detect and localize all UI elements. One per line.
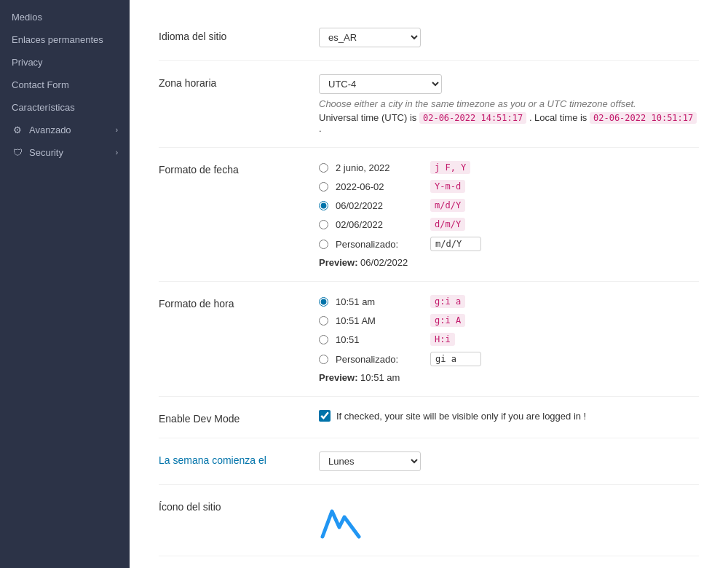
idioma-label: Idioma del sitio	[159, 28, 304, 42]
hora-option-1: 10:51 am g:i a	[319, 295, 699, 308]
fecha-radio-label-2[interactable]: 2022-06-02	[336, 181, 423, 192]
hora-preview: Preview: 10:51 am	[319, 372, 699, 383]
fecha-radio-3[interactable]	[319, 201, 328, 210]
fecha-option-1: 2 junio, 2022 j F, Y	[319, 161, 699, 174]
devmode-row: Enable Dev Mode If checked, your site wi…	[159, 397, 699, 438]
hora-control: 10:51 am g:i a 10:51 AM g:i A 10:51 H:i …	[319, 295, 699, 383]
sidebar-item-security[interactable]: 🛡 Security ›	[0, 141, 130, 164]
hora-radio-2[interactable]	[319, 316, 328, 326]
sidebar-item-label: Medios	[12, 12, 42, 23]
fecha-option-custom: Personalizado:	[319, 237, 699, 251]
fecha-format-badge-4: d/m/Y	[430, 218, 465, 231]
hora-option-custom: Personalizado:	[319, 352, 699, 366]
chevron-right-icon: ›	[116, 149, 118, 157]
hora-radio-group: 10:51 am g:i a 10:51 AM g:i A 10:51 H:i …	[319, 295, 699, 366]
devmode-checkbox-row: If checked, your site will be visible on…	[319, 410, 699, 422]
fecha-option-2: 2022-06-02 Y-m-d	[319, 180, 699, 193]
hora-format-badge-1: g:i a	[430, 295, 465, 308]
semana-control: Lunes Domingo Sábado	[319, 451, 699, 471]
sidebar-item-privacy[interactable]: Privacy	[0, 51, 130, 74]
utc-label: Universal time (UTC) is	[319, 112, 416, 123]
hora-radio-3[interactable]	[319, 335, 328, 344]
devmode-description[interactable]: If checked, your site will be visible on…	[336, 411, 586, 422]
main-content: Idioma del sitio es_AR en_US fr_FR de_DE…	[130, 0, 728, 568]
devmode-control: If checked, your site will be visible on…	[319, 410, 699, 422]
shield-icon: 🛡	[12, 147, 23, 158]
fecha-option-3: 06/02/2022 m/d/Y	[319, 199, 699, 212]
site-icon-svg	[319, 504, 363, 540]
hora-format-badge-2: g:i A	[430, 314, 465, 327]
fecha-radio-label-4[interactable]: 02/06/2022	[336, 219, 423, 230]
semana-select[interactable]: Lunes Domingo Sábado	[319, 451, 421, 471]
utc-line: Universal time (UTC) is 02-06-2022 14:51…	[319, 112, 699, 134]
sidebar-item-label: Enlaces permanentes	[12, 34, 103, 45]
fecha-format-badge-2: Y-m-d	[430, 180, 465, 193]
sidebar-item-label: Contact Form	[12, 79, 69, 90]
hora-radio-label-custom[interactable]: Personalizado:	[336, 354, 423, 365]
hora-preview-value: 10:51 am	[360, 372, 400, 383]
local-value: 02-06-2022 10:51:17	[590, 112, 697, 124]
idioma-select[interactable]: es_AR en_US fr_FR de_DE	[319, 28, 421, 47]
sidebar-item-medios[interactable]: Medios	[0, 6, 130, 28]
sidebar-item-contact-form[interactable]: Contact Form	[0, 74, 130, 96]
local-label: . Local time is	[529, 112, 590, 123]
hora-custom-input[interactable]	[430, 352, 481, 366]
fecha-option-4: 02/06/2022 d/m/Y	[319, 218, 699, 231]
zona-label: Zona horaria	[159, 74, 304, 89]
fecha-radio-label-custom[interactable]: Personalizado:	[336, 239, 423, 250]
fecha-preview: Preview: 06/02/2022	[319, 257, 699, 268]
fecha-preview-label: Preview:	[319, 257, 357, 268]
sidebar-item-label: Características	[12, 102, 75, 113]
fecha-format-badge-1: j F, Y	[430, 161, 470, 174]
fecha-preview-value: 06/02/2022	[360, 257, 408, 268]
hora-preview-label: Preview:	[319, 372, 357, 383]
sidebar: Medios Enlaces permanentes Privacy Conta…	[0, 0, 130, 568]
fecha-radio-group: 2 junio, 2022 j F, Y 2022-06-02 Y-m-d 06…	[319, 161, 699, 251]
gear-icon: ⚙	[12, 125, 23, 135]
sidebar-item-avanzado[interactable]: ⚙ Avanzado ›	[0, 119, 130, 141]
fecha-radio-2[interactable]	[319, 182, 328, 192]
sidebar-item-label: Avanzado	[29, 125, 71, 135]
fecha-custom-input[interactable]	[430, 237, 481, 251]
icono-label: Ícono del sitio	[159, 498, 304, 513]
hora-label: Formato de hora	[159, 295, 304, 309]
sidebar-item-label: Privacy	[12, 57, 43, 68]
utc-period: .	[319, 123, 322, 134]
sidebar-item-enlaces[interactable]: Enlaces permanentes	[0, 28, 130, 51]
utc-value: 02-06-2022 14:51:17	[419, 112, 526, 124]
fecha-row: Formato de fecha 2 junio, 2022 j F, Y 20…	[159, 148, 699, 282]
hora-radio-label-2[interactable]: 10:51 AM	[336, 315, 423, 326]
fecha-control: 2 junio, 2022 j F, Y 2022-06-02 Y-m-d 06…	[319, 161, 699, 268]
devmode-checkbox[interactable]	[319, 410, 331, 422]
zona-hint: Choose either a city in the same timezon…	[319, 98, 699, 109]
fecha-format-badge-3: m/d/Y	[430, 199, 465, 212]
sidebar-item-label: Security	[29, 147, 63, 158]
hora-radio-label-1[interactable]: 10:51 am	[336, 296, 423, 307]
fecha-radio-label-3[interactable]: 06/02/2022	[336, 200, 423, 211]
hora-radio-custom[interactable]	[319, 355, 328, 364]
fecha-label: Formato de fecha	[159, 161, 304, 175]
hora-radio-1[interactable]	[319, 297, 328, 307]
idioma-row: Idioma del sitio es_AR en_US fr_FR de_DE	[159, 15, 699, 61]
chevron-right-icon: ›	[116, 126, 118, 134]
icono-control	[319, 498, 699, 543]
fecha-radio-custom[interactable]	[319, 240, 328, 249]
hora-option-3: 10:51 H:i	[319, 333, 699, 346]
sidebar-item-caracteristicas[interactable]: Características	[0, 96, 130, 119]
fecha-radio-label-1[interactable]: 2 junio, 2022	[336, 162, 423, 173]
zona-select[interactable]: UTC-4 UTC-3 UTC-5 UTC+0 America/New_York	[319, 74, 442, 94]
hora-row: Formato de hora 10:51 am g:i a 10:51 AM …	[159, 282, 699, 397]
fecha-radio-4[interactable]	[319, 220, 328, 229]
zona-control: UTC-4 UTC-3 UTC-5 UTC+0 America/New_York…	[319, 74, 699, 134]
fecha-radio-1[interactable]	[319, 163, 328, 173]
devmode-label: Enable Dev Mode	[159, 410, 304, 425]
hora-format-badge-3: H:i	[430, 333, 455, 346]
hora-radio-label-3[interactable]: 10:51	[336, 334, 423, 345]
hora-option-2: 10:51 AM g:i A	[319, 314, 699, 327]
idioma-control: es_AR en_US fr_FR de_DE	[319, 28, 699, 47]
zona-row: Zona horaria UTC-4 UTC-3 UTC-5 UTC+0 Ame…	[159, 61, 699, 148]
icono-preview	[319, 504, 699, 543]
icono-row: Ícono del sitio	[159, 485, 699, 556]
semana-label: La semana comienza el	[159, 451, 304, 466]
semana-row: La semana comienza el Lunes Domingo Sába…	[159, 438, 699, 485]
